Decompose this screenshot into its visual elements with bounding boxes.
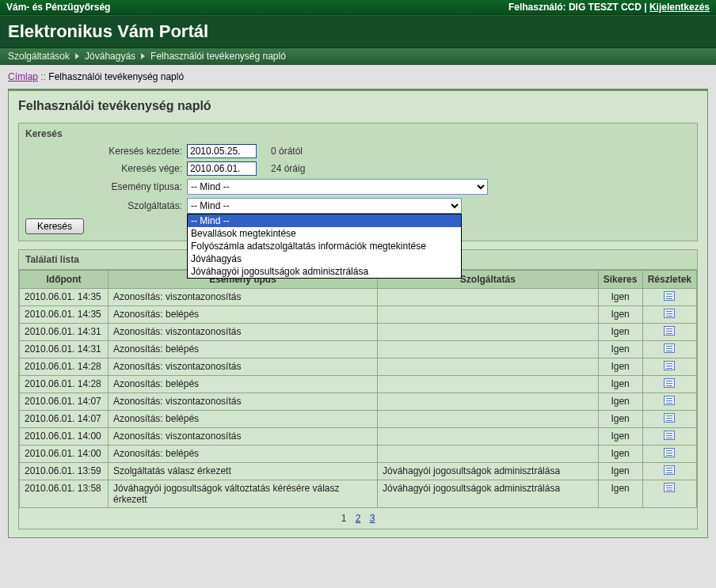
table-row: 2010.06.01. 13:58Jóváhagyói jogosultságo… [20, 480, 697, 508]
event-type-select[interactable]: -- Mind -- [187, 179, 488, 195]
cell-details[interactable] [642, 428, 696, 446]
cell-service [378, 411, 599, 428]
logout-link[interactable]: Kijelentkezés [649, 2, 710, 13]
cell-event: Azonosítás: belépés [109, 341, 378, 358]
cell-event: Azonosítás: belépés [109, 411, 378, 428]
cell-service [378, 324, 599, 341]
pager-link[interactable]: 2 [356, 513, 361, 524]
cell-event: Szolgáltatás válasz érkezett [109, 463, 378, 480]
end-date-input[interactable] [187, 161, 257, 176]
cell-success: Igen [598, 428, 642, 446]
cell-event: Azonosítás: viszontazonosítás [109, 324, 378, 341]
main-panel: Felhasználói tevékenység napló Keresés K… [8, 89, 708, 538]
cell-success: Igen [598, 463, 642, 480]
results-table: Időpont Esemény típus Szolgáltatás Siker… [19, 270, 697, 508]
cell-success: Igen [598, 358, 642, 376]
cell-success: Igen [598, 324, 642, 341]
cell-details[interactable] [642, 463, 696, 480]
page-title: Elektronikus Vám Portál [8, 21, 708, 42]
cell-details[interactable] [642, 480, 696, 508]
cell-event: Azonosítás: viszontazonosítás [109, 393, 378, 411]
col-success: Sikeres [598, 271, 642, 289]
details-icon[interactable] [664, 343, 675, 353]
details-icon[interactable] [664, 431, 675, 440]
search-button[interactable]: Keresés [25, 218, 84, 234]
cell-service: Jóváhagyói jogosultságok adminisztrálása [378, 463, 599, 480]
cell-time: 2010.06.01. 14:31 [20, 324, 109, 341]
details-icon[interactable] [664, 483, 675, 492]
chevron-right-icon [141, 53, 145, 59]
cell-details[interactable] [642, 289, 696, 306]
table-row: 2010.06.01. 14:00Azonosítás: belépésIgen [20, 446, 697, 463]
cell-success: Igen [598, 376, 642, 393]
cell-success: Igen [598, 289, 642, 306]
details-icon[interactable] [664, 361, 675, 370]
details-icon[interactable] [664, 396, 675, 405]
details-icon[interactable] [664, 465, 675, 475]
start-label: Keresés kezdete: [29, 146, 187, 157]
search-title: Keresés [25, 128, 691, 139]
top-right: Felhasználó: DIG TESZT CCD | Kijelentkez… [508, 2, 710, 13]
cell-time: 2010.06.01. 13:59 [20, 463, 109, 480]
cell-details[interactable] [642, 324, 696, 341]
details-icon[interactable] [664, 448, 675, 457]
service-label: Szolgáltatás: [29, 200, 187, 211]
dropdown-option[interactable]: Bevallások megtekintése [188, 227, 461, 240]
pager-current: 1 [341, 513, 347, 524]
table-row: 2010.06.01. 14:35Azonosítás: viszontazon… [20, 289, 697, 306]
start-date-input[interactable] [187, 144, 257, 158]
cell-event: Azonosítás: viszontazonosítás [109, 428, 378, 446]
details-icon[interactable] [664, 326, 675, 336]
details-icon[interactable] [664, 378, 675, 388]
cell-time: 2010.06.01. 14:00 [20, 428, 109, 446]
cell-success: Igen [598, 393, 642, 411]
end-suffix: 24 óráig [266, 163, 691, 174]
cell-details[interactable] [642, 341, 696, 358]
breadcrumb-item[interactable]: Felhasználói tevékenység napló [150, 51, 286, 62]
home-link[interactable]: Címlap [8, 71, 38, 82]
panel-heading: Felhasználói tevékenység napló [18, 99, 698, 113]
pager-link[interactable]: 3 [370, 513, 375, 524]
cell-service [378, 306, 599, 324]
cell-details[interactable] [642, 306, 696, 324]
details-icon[interactable] [664, 291, 675, 301]
breadcrumb-item[interactable]: Jóváhagyás [85, 51, 135, 62]
table-row: 2010.06.01. 14:07Azonosítás: viszontazon… [20, 393, 697, 411]
col-details: Részletek [642, 271, 696, 289]
dropdown-option[interactable]: Jóváhagyói jogosultságok adminisztrálása [188, 265, 461, 278]
cell-service [378, 376, 599, 393]
dropdown-option[interactable]: -- Mind -- [188, 214, 461, 227]
cell-details[interactable] [642, 393, 696, 411]
cell-time: 2010.06.01. 14:00 [20, 446, 109, 463]
cell-details[interactable] [642, 376, 696, 393]
cell-success: Igen [598, 446, 642, 463]
cell-service: Jóváhagyói jogosultságok adminisztrálása [378, 480, 599, 508]
event-type-label: Esemény típusa: [29, 181, 187, 192]
start-suffix: 0 órától [266, 146, 691, 157]
breadcrumb-current: Felhasználói tevékenység napló [48, 71, 184, 82]
table-row: 2010.06.01. 14:31Azonosítás: belépésIgen [20, 341, 697, 358]
title-bar: Elektronikus Vám Portál [0, 15, 716, 48]
details-icon[interactable] [664, 413, 675, 423]
table-row: 2010.06.01. 14:00Azonosítás: viszontazon… [20, 428, 697, 446]
cell-success: Igen [598, 341, 642, 358]
cell-details[interactable] [642, 358, 696, 376]
breadcrumb-item[interactable]: Szolgáltatások [8, 51, 70, 62]
cell-time: 2010.06.01. 13:58 [20, 480, 109, 508]
cell-service [378, 289, 599, 306]
details-icon[interactable] [664, 309, 675, 318]
results-section: Találati lista Időpont Esemény típus Szo… [18, 249, 698, 529]
dropdown-option[interactable]: Jóváhagyás [188, 252, 461, 265]
cell-details[interactable] [642, 446, 696, 463]
cell-event: Azonosítás: belépés [109, 306, 378, 324]
cell-event: Azonosítás: viszontazonosítás [109, 289, 378, 306]
dropdown-option[interactable]: Folyószámla adatszolgáltatás információk… [188, 240, 461, 252]
cell-service [378, 358, 599, 376]
breadcrumb: Címlap :: Felhasználói tevékenység napló [8, 71, 708, 82]
cell-details[interactable] [642, 411, 696, 428]
search-section: Keresés Keresés kezdete: 0 órától Keresé… [18, 123, 698, 241]
cell-success: Igen [598, 411, 642, 428]
service-select[interactable]: -- Mind -- [187, 198, 462, 214]
cell-event: Azonosítás: viszontazonosítás [109, 358, 378, 376]
table-row: 2010.06.01. 13:59Szolgáltatás válasz érk… [20, 463, 697, 480]
